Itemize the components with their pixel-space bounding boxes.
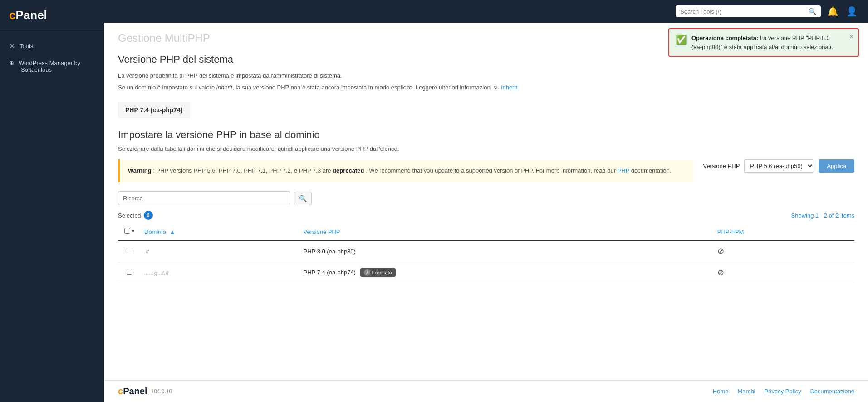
sidebar: cPanel ✕ Tools ⊕ WordPress Manager by So… [0,0,104,402]
search-input[interactable] [680,8,806,15]
inherit-link[interactable]: inherit [501,84,517,91]
notifications-icon[interactable]: 🔔 [825,4,840,19]
system-php-desc2: Se un dominio è impostato sul valore inh… [118,83,854,93]
warning-row: Warning : PHP versions PHP 5.6, PHP 7.0,… [118,159,854,191]
row2-domain: ......g...t.it [141,262,300,283]
footer-links: Home Marchi Privacy Policy Documentazion… [713,388,854,395]
versione-php-label: Versione PHP [703,163,740,169]
row2-phpfpm: ⊘ [714,262,854,283]
topbar: 🔍 🔔 👤 [104,0,868,23]
row2-phpfpm-icon: ⊘ [717,268,724,277]
info-icon: i [364,269,370,276]
sidebar-logo: cPanel [0,0,104,30]
cpanel-logo-text: cPanel [9,8,47,22]
showing-range: 1 - 2 of 2 items [815,212,854,219]
table-header-domain[interactable]: Dominio ▲ [141,223,300,240]
notification-bold: Operazione completata: [691,35,758,41]
sidebar-item-tools[interactable]: ✕ Tools [0,37,104,55]
table-row: ......g...t.it PHP 7.4 (ea-php74) i Ered… [118,262,854,283]
footer-logo: cPanel [118,386,147,397]
check-icon: ✅ [676,34,687,45]
sidebar-item-wp-label: WordPress Manager by [19,60,80,66]
tools-icon: ✕ [9,42,15,50]
sidebar-item-wp-sub: Softaculous [9,66,95,73]
row1-check-cell [118,240,141,262]
sort-arrow-icon: ▲ [169,228,175,235]
row1-checkbox[interactable] [127,248,132,253]
row1-php-version: PHP 8.0 (ea-php80) [300,240,714,262]
row1-domain: .it [141,240,300,262]
footer-link-docs[interactable]: Documentazione [810,388,854,395]
warning-text2: . We recommend that you update to a supp… [366,167,617,174]
php-version-selector: Versione PHP PHP 5.6 (ea-php56) PHP 7.0 … [703,159,854,173]
footer-link-marchi[interactable]: Marchi [738,388,755,395]
selected-text: Selected [118,212,141,219]
selected-label: Selected 0 [118,211,153,220]
row2-domain-value: ......g...t.it [144,269,168,276]
search-box[interactable]: 🔍 [676,5,821,17]
sidebar-item-tools-label: Tools [20,43,33,50]
ereditato-badge: i Ereditato [360,268,396,277]
page-footer: cPanel 104.0.10 Home Marchi Privacy Poli… [104,380,868,402]
main: 🔍 🔔 👤 ✅ Operazione completata: La versio… [104,0,868,402]
row2-check-cell [118,262,141,283]
php-version-select[interactable]: PHP 5.6 (ea-php56) PHP 7.0 (ea-php70) PH… [744,159,814,173]
warning-text1: : PHP versions PHP 5.6, PHP 7.0, PHP 7.1… [153,167,333,174]
footer-version: 104.0.10 [151,388,172,395]
warning-box: Warning : PHP versions PHP 5.6, PHP 7.0,… [118,159,694,182]
selected-count-badge: 0 [144,211,153,220]
table-row: .it PHP 8.0 (ea-php80) ⊘ [118,240,854,262]
ereditato-label: Ereditato [372,270,392,275]
close-icon[interactable]: × [849,33,853,41]
warning-bold: Warning [128,167,152,174]
php-doc-link[interactable]: PHP [618,167,630,174]
warning-deprecated: deprecated [333,167,364,174]
dropdown-arrow-icon[interactable]: ▾ [132,228,134,233]
warning-text3: documentation. [631,167,672,174]
table-search-input[interactable] [118,191,290,205]
domain-table: ▾ Dominio ▲ Versione PHP PHP-FPM [118,223,854,283]
row2-checkbox[interactable] [127,269,132,275]
apply-button[interactable]: Applica [819,159,854,173]
notification-text: Operazione completata: La versione PHP "… [691,34,842,51]
cpanel-logo: cPanel [9,8,95,22]
showing-text: Showing 1 - 2 of 2 items [791,212,854,219]
domain-php-desc: Selezionare dalla tabella i domini che s… [118,145,854,152]
select-all-checkbox[interactable] [124,228,130,234]
table-search-button[interactable]: 🔍 [294,192,312,205]
selected-row: Selected 0 Showing 1 - 2 of 2 items [118,211,854,220]
table-header-phpfpm[interactable]: PHP-FPM [714,223,854,240]
domain-php-heading: Impostare la versione PHP in base al dom… [118,129,854,141]
table-search-row: 🔍 [118,191,854,205]
domain-header-label: Dominio [144,228,167,235]
user-icon[interactable]: 👤 [844,4,859,19]
table-header-php-version[interactable]: Versione PHP [300,223,714,240]
footer-left: cPanel 104.0.10 [118,386,172,397]
footer-link-home[interactable]: Home [713,388,729,395]
wordpress-icon: ⊕ [9,60,14,66]
system-php-desc1: La versione predefinita di PHP del siste… [118,71,854,81]
row1-phpfpm-icon: ⊘ [717,247,724,256]
row1-phpfpm: ⊘ [714,240,854,262]
search-icon[interactable]: 🔍 [809,8,816,15]
success-notification: ✅ Operazione completata: La versione PHP… [668,28,859,57]
row1-domain-value: .it [144,248,149,255]
row2-php-version: PHP 7.4 (ea-php74) i Ereditato [300,262,714,283]
table-header-check: ▾ [118,223,141,240]
footer-link-privacy[interactable]: Privacy Policy [765,388,801,395]
system-php-version: PHP 7.4 (ea-php74) [118,102,190,118]
content-area: ✅ Operazione completata: La versione PHP… [104,23,868,380]
sidebar-item-wordpress[interactable]: ⊕ WordPress Manager by Softaculous [0,55,104,78]
sidebar-nav: ✕ Tools ⊕ WordPress Manager by Softaculo… [0,30,104,402]
